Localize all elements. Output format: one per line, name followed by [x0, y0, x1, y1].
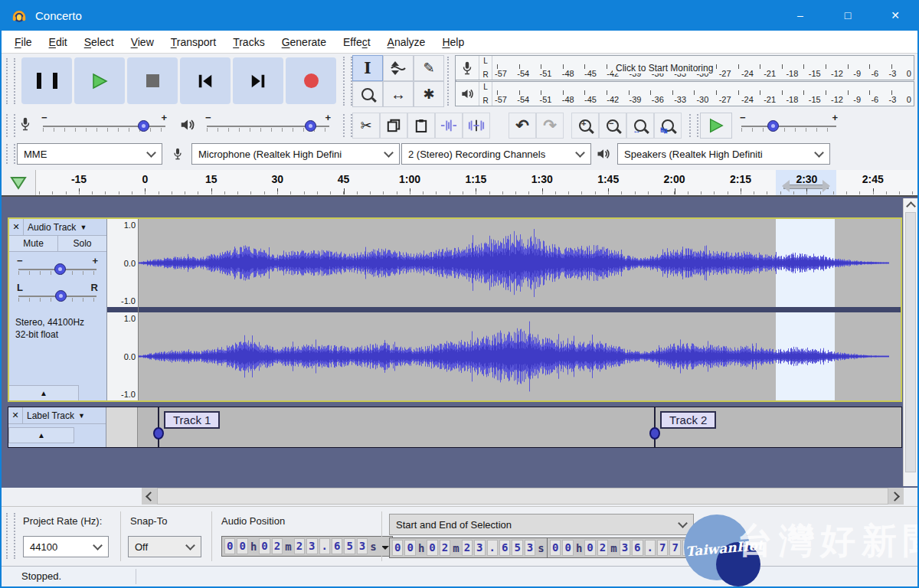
gain-slider[interactable]: − + [17, 258, 98, 278]
slider-thumb[interactable] [767, 120, 779, 132]
copy-button[interactable] [380, 113, 407, 139]
playback-meter[interactable]: LR -57-54-51-48-45-42-39-36-33-30-27-24-… [455, 81, 914, 106]
playback-volume-slider[interactable]: − + [205, 115, 331, 135]
vertical-scroll-thumb[interactable] [905, 212, 916, 472]
zoom-out-button[interactable]: − [599, 113, 626, 139]
recording-device-select[interactable]: Microphone (Realtek High Defini [191, 143, 400, 165]
status-message: Stopped. [21, 570, 61, 582]
vertical-scrollbar[interactable] [903, 198, 917, 486]
scroll-up-arrow[interactable] [904, 198, 917, 211]
redo-button[interactable]: ↷ [536, 113, 564, 139]
recording-meter[interactable]: LR -57-54-51-48-45-42-39-36-33-30-27-24-… [455, 55, 914, 80]
solo-button[interactable]: Solo [58, 236, 106, 251]
skip-to-start-button[interactable] [180, 57, 231, 104]
mute-button[interactable]: Mute [9, 236, 58, 251]
multi-tool-button[interactable]: ✱ [414, 81, 444, 107]
label-area[interactable]: Track 1Track 2 [138, 407, 901, 447]
play-speed-slider[interactable]: − + [740, 115, 838, 135]
track-name-menu[interactable]: Audio Track ▼ [24, 222, 87, 233]
stop-button[interactable] [127, 57, 178, 104]
fit-selection-button[interactable]: ↔ [626, 113, 654, 139]
project-rate-select[interactable]: 44100 [23, 536, 109, 557]
slider-thumb[interactable] [55, 290, 67, 302]
selection-end-time[interactable]: 00h02m36.776s [547, 537, 706, 558]
draw-tool-button[interactable]: ✎ [414, 55, 444, 81]
menu-analyze[interactable]: Analyze [379, 32, 434, 52]
audio-host-select[interactable]: MME [17, 143, 162, 165]
label-text[interactable]: Track 1 [164, 411, 220, 429]
menu-view[interactable]: View [123, 32, 162, 52]
transport-toolbar-grip[interactable] [6, 58, 15, 104]
trim-audio-button[interactable] [435, 113, 463, 139]
edit-toolbar-grip[interactable] [343, 114, 352, 137]
menu-transport[interactable]: Transport [162, 32, 224, 52]
tools-toolbar: I ✎ ↔ ✱ [352, 55, 444, 107]
label-track[interactable]: ✕ Label Track ▼ ▲ Track 1Track 2 [8, 407, 902, 448]
label-handle[interactable] [649, 427, 660, 439]
selection-tool-button[interactable]: I [352, 55, 383, 81]
slider-thumb[interactable] [305, 120, 316, 132]
menu-select[interactable]: Select [76, 32, 123, 52]
menu-effect[interactable]: Effect [335, 32, 379, 52]
menu-edit[interactable]: Edit [41, 32, 76, 52]
play-button[interactable] [74, 57, 125, 104]
cut-button[interactable]: ✂ [352, 113, 380, 139]
vertical-scale-ruler[interactable]: 1.00.0-1.0 1.00.0-1.0 [107, 219, 139, 400]
close-button[interactable]: ✕ [872, 0, 919, 31]
scroll-right-arrow[interactable] [888, 488, 904, 505]
close-track-button[interactable]: ✕ [9, 219, 24, 235]
audio-track[interactable]: ✕ Audio Track ▼ Mute Solo − + [8, 217, 902, 402]
silence-audio-button[interactable] [463, 113, 490, 139]
selection-mode-select[interactable]: Start and End of Selection [389, 514, 694, 535]
collapse-track-button[interactable]: ▲ [9, 385, 79, 400]
selection-toolbar-grip[interactable] [6, 513, 15, 559]
maximize-button[interactable]: □ [824, 0, 872, 31]
snap-to-select[interactable]: Off [128, 536, 201, 557]
menu-help[interactable]: Help [433, 32, 473, 52]
timeline-ruler[interactable]: -1501530451:001:151:301:452:002:152:302:… [2, 170, 917, 197]
label-text[interactable]: Track 2 [660, 411, 716, 429]
audio-position-time[interactable]: 00h02m23.653s [221, 536, 393, 557]
audio-position-label: Audio Position [221, 515, 285, 527]
pause-button[interactable] [21, 57, 72, 104]
paste-button[interactable] [407, 113, 435, 139]
selection-start-time[interactable]: 00h02m23.653s [389, 537, 561, 558]
track-name-menu[interactable]: Label Track ▼ [23, 410, 85, 421]
scroll-left-arrow[interactable] [142, 488, 157, 505]
menu-generate[interactable]: Generate [273, 32, 335, 52]
speaker-icon [456, 82, 479, 106]
recording-channels-select[interactable]: 2 (Stereo) Recording Channels [401, 143, 591, 165]
pan-slider[interactable]: L R [17, 285, 98, 305]
horizontal-scroll-thumb[interactable] [157, 488, 888, 505]
playspeed-toolbar-grip[interactable] [689, 114, 698, 137]
close-track-button[interactable]: ✕ [8, 407, 23, 423]
zoom-in-button[interactable]: + [571, 113, 599, 139]
waveform-display[interactable] [139, 219, 901, 400]
left-channel-waveform[interactable] [139, 219, 901, 307]
audio-track-control-panel: ✕ Audio Track ▼ Mute Solo − + [9, 219, 107, 400]
mixer-toolbar-grip[interactable] [6, 114, 15, 137]
record-button[interactable] [286, 57, 336, 104]
minimize-button[interactable]: – [777, 0, 824, 31]
right-channel-waveform[interactable] [139, 312, 901, 400]
skip-to-end-button[interactable] [233, 57, 283, 104]
menu-tracks[interactable]: Tracks [224, 32, 273, 52]
collapse-track-button[interactable]: ▲ [8, 427, 74, 443]
label-handle[interactable] [153, 427, 164, 439]
tools-toolbar-grip[interactable] [343, 57, 352, 106]
slider-thumb[interactable] [54, 263, 66, 275]
envelope-tool-button[interactable] [383, 55, 414, 81]
menu-file[interactable]: File [6, 32, 41, 52]
meter-scale-labels: -57-54-51-48-45-42-39-36-33-30-27-24-21-… [492, 95, 914, 106]
playback-device-select[interactable]: Speakers (Realtek High Definiti [617, 143, 830, 165]
zoom-tool-button[interactable] [352, 81, 383, 107]
timeshift-tool-button[interactable]: ↔ [383, 81, 414, 107]
recording-volume-slider[interactable]: − + [41, 115, 167, 135]
trim-audio-icon [440, 119, 457, 132]
undo-button[interactable]: ↶ [509, 113, 536, 139]
horizontal-scrollbar[interactable] [142, 488, 904, 505]
play-at-speed-button[interactable] [700, 113, 732, 139]
fit-project-button[interactable]: ↹ [654, 113, 682, 139]
monitoring-hint[interactable]: Click to Start Monitoring [613, 63, 716, 74]
device-toolbar-grip[interactable] [6, 144, 15, 164]
